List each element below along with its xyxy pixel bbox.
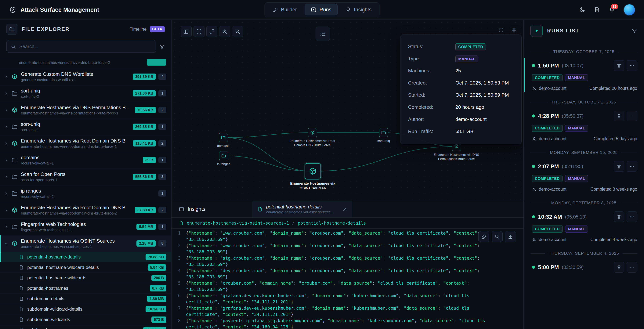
run-card[interactable]: 5:00 PM(03:30:59) xyxy=(524,261,644,274)
breadcrumb-file: potential-hostname-details xyxy=(298,220,366,226)
fit-view-button[interactable] xyxy=(194,26,204,37)
tree-item-clipped[interactable]: enumerate-hostnames-via-recursive-dns-br… xyxy=(0,58,171,68)
tab-runs[interactable]: Runs xyxy=(304,4,338,15)
tree-item[interactable]: Generate Custom DNS Wordlistsgenerate-cu… xyxy=(0,68,171,85)
outline-toggle-button[interactable] xyxy=(316,26,330,41)
file-filter-button[interactable] xyxy=(160,44,165,49)
grid-view-button[interactable] xyxy=(508,25,520,36)
delete-run-button[interactable] xyxy=(614,161,624,172)
theme-toggle-button[interactable] xyxy=(579,7,585,13)
trash-icon xyxy=(616,214,622,219)
graph-node-dns-perm[interactable]: Enumerate Hostnames via DNS Permutations… xyxy=(426,142,487,161)
tree-file[interactable]: subdomains268.45 KB xyxy=(0,325,171,329)
run-more-button[interactable] xyxy=(626,60,637,71)
run-account: demo-account xyxy=(539,237,566,242)
tree-file[interactable]: subdomain-wildcards973 B xyxy=(0,314,171,325)
info-label: Type: xyxy=(408,56,456,62)
expand-button[interactable] xyxy=(206,26,218,37)
tree-item[interactable]: Enumerate Hostnames via DNS Permutations… xyxy=(0,102,171,118)
info-row: Started:Oct 7, 2025, 1:50:59 PM xyxy=(408,92,514,98)
delete-run-button[interactable] xyxy=(614,212,624,222)
package-icon xyxy=(308,167,317,176)
tab-insights[interactable]: Insights xyxy=(339,4,378,15)
delete-run-button[interactable] xyxy=(614,60,624,71)
moon-icon xyxy=(579,7,585,13)
tree-file-name: potential-hostname-details xyxy=(27,254,81,260)
file-icon xyxy=(179,220,184,226)
tree-item[interactable]: ip rangesrecursively-cat-all-21 xyxy=(0,185,171,202)
avatar[interactable] xyxy=(624,4,635,15)
code-viewer[interactable]: 1{"hostname": "www.crouber.com", "domain… xyxy=(172,228,524,329)
graph-node-osint[interactable]: Enumerate Hostnames via OSINT Sources xyxy=(282,163,343,190)
tab-runs-label: Runs xyxy=(319,7,331,13)
node-label: domains xyxy=(217,144,229,148)
run-card[interactable]: 1:50 PM(03:10:07)COMPLETEDMANUALdemo-acc… xyxy=(524,60,644,92)
minimap-toggle-button[interactable] xyxy=(496,25,506,36)
search-input[interactable] xyxy=(19,44,152,49)
tree-item[interactable]: Enumerate Hostnames via Root Domain DNS … xyxy=(0,202,171,218)
run-graph-canvas[interactable]: domainsip rangesEnumerate Hostnames via … xyxy=(172,20,524,201)
run-time: 10:32 AM xyxy=(538,214,562,220)
graph-node-domains[interactable]: domains xyxy=(193,133,254,148)
run-card-footer: demo-accountCompleted 5 days ago xyxy=(532,136,637,142)
runs-filter-button[interactable] xyxy=(632,28,637,34)
graph-node-ip-ranges[interactable]: ip ranges xyxy=(193,151,254,166)
tree-file[interactable]: potential-hostname-wildcards206 B xyxy=(0,273,171,283)
close-tab-button[interactable] xyxy=(342,207,347,212)
fit-view-icon xyxy=(196,29,202,34)
tree-file[interactable]: potential-hostname-details78.88 KB xyxy=(0,252,171,262)
tree-item[interactable]: sort-uniqsort-uniq-2271.06 KB1 xyxy=(0,85,171,102)
status-badge: COMPLETED xyxy=(456,44,486,50)
chevron-right-icon xyxy=(4,108,8,112)
runs-list-body: TUESDAY, OCTOBER 7, 20251:50 PM(03:10:07… xyxy=(524,42,644,329)
tree-item[interactable]: Enumerate Hostnames via OSINT Sourcesenu… xyxy=(0,235,171,252)
run-more-button[interactable] xyxy=(626,111,637,121)
layout-panel-button[interactable] xyxy=(180,26,192,37)
search-in-file-button[interactable] xyxy=(492,231,502,242)
tree-item[interactable]: Enumerate Hostnames via Root Domain DNS … xyxy=(0,135,171,152)
tab-builder[interactable]: Builder xyxy=(266,4,303,15)
run-card-footer: demo-accountCompleted 3 weeks ago xyxy=(532,187,637,192)
copy-link-button[interactable] xyxy=(478,231,489,242)
timeline-toggle[interactable]: Timeline xyxy=(130,26,147,32)
run-account: demo-account xyxy=(539,86,566,91)
run-card[interactable]: 2:07 PM(05:11:35)COMPLETEDMANUALdemo-acc… xyxy=(524,160,644,193)
tree-file[interactable]: potential-hostname-wildcard-details5.84 … xyxy=(0,262,171,273)
notifications-button[interactable]: 19 xyxy=(609,7,615,13)
run-more-button[interactable] xyxy=(626,262,637,272)
tree-item[interactable]: Fingerprint Web Technologiesfingerprint-… xyxy=(0,218,171,235)
zoom-out-button[interactable] xyxy=(232,26,243,37)
info-label: Completed: xyxy=(408,104,456,110)
download-file-button[interactable] xyxy=(505,231,516,242)
run-card[interactable]: 10:32 AM(05:05:10)COMPLETEDMANUALdemo-ac… xyxy=(524,211,644,243)
run-card[interactable]: 4:28 PM(05:56:37)COMPLETEDMANUALdemo-acc… xyxy=(524,110,644,142)
tree-item-text: Enumerate Hostnames via Root Domain DNS … xyxy=(21,138,130,149)
count-badge: 4 xyxy=(158,74,166,80)
tree-item[interactable]: sort-uniqsort-uniq-1269.38 KB1 xyxy=(0,118,171,135)
size-badge: 39 B xyxy=(143,157,156,163)
docs-button[interactable] xyxy=(594,7,600,13)
tree-file[interactable]: subdomain-details1.89 MB xyxy=(0,294,171,304)
run-more-button[interactable] xyxy=(626,212,637,222)
tree-item[interactable]: domainsrecursively-cat-all-139 B1 xyxy=(0,152,171,168)
line-number: 1 xyxy=(172,230,186,242)
tree-item-subtitle: recursively-cat-all-1 xyxy=(21,161,140,166)
line-number: 7 xyxy=(172,305,186,318)
file-tree: enumerate-hostnames-via-recursive-dns-br… xyxy=(0,58,171,329)
graph-node-root-dns[interactable]: Enumerate Hostnames via Root Domain DNS … xyxy=(282,128,343,147)
info-row: Created:Oct 7, 2025, 1:50:53 PM xyxy=(408,80,514,86)
beta-badge: BETA xyxy=(150,26,165,32)
run-card-footer: demo-accountCompleted 20 hours ago xyxy=(532,86,637,91)
zoom-in-button[interactable] xyxy=(219,26,230,37)
status-dot xyxy=(532,165,535,168)
open-file-tab[interactable]: potential-hostname-details enumerate-hos… xyxy=(252,201,352,218)
delete-run-button[interactable] xyxy=(614,262,624,272)
tree-item-text: Scan for Open Portsscan-for-open-ports-1 xyxy=(21,171,130,182)
delete-run-button[interactable] xyxy=(614,111,624,121)
tree-file[interactable]: subdomain-wildcard-details10.34 KB xyxy=(0,304,171,314)
tree-item-badges: 555.86 KB3 xyxy=(133,174,166,180)
tree-item[interactable]: Scan for Open Portsscan-for-open-ports-1… xyxy=(0,168,171,185)
run-more-button[interactable] xyxy=(626,161,637,172)
tree-file[interactable]: potential-hostnames8.7 KB xyxy=(0,283,171,294)
start-run-button[interactable] xyxy=(530,25,542,37)
